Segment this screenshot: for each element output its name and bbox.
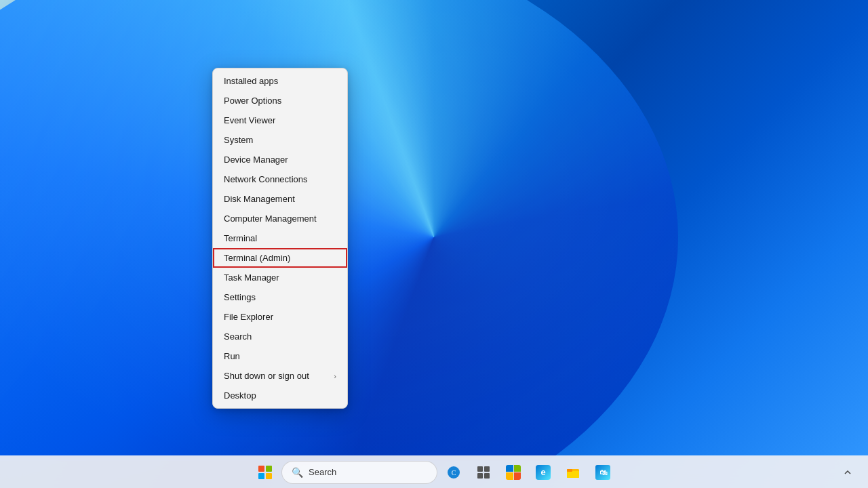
taskbar-search-label: Search [309, 467, 336, 477]
widgets-icon [506, 465, 521, 480]
store-icon: 🛍 [595, 465, 610, 480]
file-explorer-button[interactable] [559, 459, 587, 486]
menu-item-terminal[interactable]: Terminal [213, 228, 347, 248]
menu-item-shut-down[interactable]: Shut down or sign out › [213, 366, 347, 386]
menu-item-device-manager[interactable]: Device Manager [213, 150, 347, 169]
windows-logo-icon [258, 466, 272, 479]
menu-item-system[interactable]: System [213, 130, 347, 150]
svg-rect-3 [484, 466, 490, 472]
taskbar: 🔍 Search C [0, 455, 868, 488]
svg-text:C: C [452, 469, 456, 476]
search-icon: 🔍 [292, 467, 303, 478]
menu-item-installed-apps[interactable]: Installed apps [213, 71, 347, 91]
menu-item-desktop[interactable]: Desktop [213, 386, 347, 405]
chevron-right-icon: › [334, 372, 336, 380]
file-explorer-icon [566, 465, 580, 480]
menu-item-run[interactable]: Run [213, 346, 347, 366]
svg-rect-2 [477, 466, 483, 472]
copilot-button[interactable]: C [440, 459, 467, 486]
context-menu: Installed apps Power Options Event Viewe… [212, 68, 348, 409]
task-view-icon [476, 465, 491, 480]
edge-icon: e [536, 465, 551, 480]
system-tray [835, 460, 860, 485]
taskbar-center: 🔍 Search C [252, 459, 616, 486]
menu-item-event-viewer[interactable]: Event Viewer [213, 110, 347, 130]
svg-rect-5 [484, 473, 490, 479]
chevron-up-button[interactable] [835, 460, 860, 485]
chevron-up-icon [844, 468, 852, 476]
menu-item-task-manager[interactable]: Task Manager [213, 268, 347, 287]
menu-item-power-options[interactable]: Power Options [213, 91, 347, 110]
menu-item-settings[interactable]: Settings [213, 287, 347, 307]
edge-button[interactable]: e [530, 459, 557, 486]
menu-item-computer-management[interactable]: Computer Management [213, 209, 347, 228]
menu-item-search[interactable]: Search [213, 327, 347, 346]
svg-rect-7 [567, 471, 579, 478]
menu-item-file-explorer[interactable]: File Explorer [213, 307, 347, 327]
task-view-button[interactable] [470, 459, 497, 486]
store-button[interactable]: 🛍 [589, 459, 616, 486]
desktop: Installed apps Power Options Event Viewe… [0, 0, 868, 488]
menu-item-terminal-admin[interactable]: Terminal (Admin) [213, 248, 347, 268]
widgets-button[interactable] [500, 459, 527, 486]
taskbar-search-bar[interactable]: 🔍 Search [281, 461, 437, 484]
svg-rect-4 [477, 473, 483, 479]
wallpaper [0, 0, 868, 461]
copilot-icon: C [446, 465, 461, 480]
menu-item-disk-management[interactable]: Disk Management [213, 189, 347, 209]
svg-rect-8 [567, 469, 572, 472]
start-button[interactable] [252, 459, 279, 486]
menu-item-network-connections[interactable]: Network Connections [213, 169, 347, 189]
